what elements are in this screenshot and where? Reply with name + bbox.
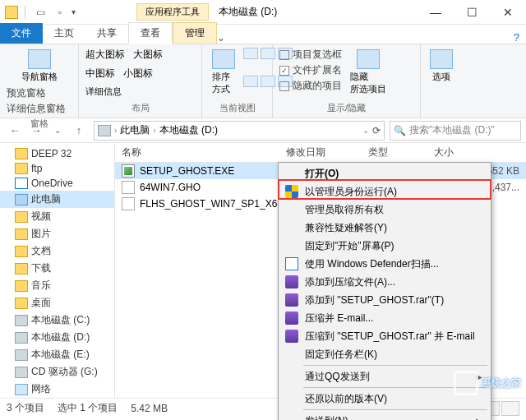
addr-dropdown[interactable]: ⌄ — [362, 126, 369, 135]
status-size: 5.42 MB — [131, 403, 168, 414]
cm-send-to[interactable]: 发送到(N)▶ — [280, 412, 489, 420]
status-count: 3 个项目 — [7, 401, 44, 415]
address-bar: ← → ⌄ ↑ › 此电脑 › 本地磁盘 (D:) ⌄ ⟳ 🔍 搜索"本地磁盘 … — [0, 118, 526, 143]
refresh-button[interactable]: ⟳ — [372, 125, 381, 136]
qat-properties[interactable]: ▭ — [32, 4, 48, 21]
breadcrumb-pc[interactable]: 此电脑 — [120, 123, 150, 137]
sidebar-label: 图片 — [31, 227, 51, 241]
folder-icon — [15, 163, 28, 174]
help-icon[interactable]: ? — [514, 31, 519, 44]
qat-customize[interactable]: ▾ — [72, 7, 76, 16]
cm-run-as-admin[interactable]: 以管理员身份运行(A) — [280, 182, 489, 201]
sidebar-label: 文档 — [31, 244, 51, 258]
col-type: 类型 — [362, 145, 427, 159]
cm-compress-email[interactable]: 压缩并 E-mail... — [280, 309, 489, 327]
sidebar-item[interactable]: 本地磁盘 (C:) — [0, 312, 114, 329]
cm-add-archive[interactable]: 添加到压缩文件(A)... — [280, 273, 489, 291]
tab-share[interactable]: 共享 — [85, 23, 128, 44]
drive-icon — [15, 367, 28, 378]
sidebar-item[interactable]: 本地磁盘 (E:) — [0, 346, 114, 363]
search-input[interactable]: 🔍 搜索"本地磁盘 (D:)" — [390, 121, 521, 141]
search-placeholder: 搜索"本地磁盘 (D:)" — [409, 123, 495, 137]
sidebar-item[interactable]: DEEP 32 — [0, 146, 114, 161]
sidebar-label: OneDrive — [31, 178, 73, 189]
file-icon — [122, 164, 135, 178]
detail-pane-opt[interactable]: 详细信息窗格 — [7, 102, 72, 116]
navigation-tree: DEEP 32ftpOneDrive此电脑视频图片文档下载音乐桌面本地磁盘 (C… — [0, 143, 115, 398]
cm-qq-send[interactable]: 通过QQ发送到▶ — [280, 367, 489, 385]
sidebar-item[interactable]: 图片 — [0, 225, 114, 242]
sidebar-label: DEEP 32 — [31, 148, 72, 159]
cm-take-ownership[interactable]: 管理员取得所有权 — [280, 201, 489, 219]
preview-pane[interactable]: 预览窗格 — [7, 86, 72, 100]
close-button[interactable]: ✕ — [490, 1, 526, 24]
breadcrumb-drive[interactable]: 本地磁盘 (D:) — [159, 123, 218, 137]
layout-small[interactable]: 小图标 — [123, 67, 153, 81]
sidebar-item[interactable]: 网络 — [0, 381, 114, 398]
back-button[interactable]: ← — [5, 121, 25, 141]
net-icon — [15, 384, 28, 395]
hidden-items-opt[interactable]: 隐藏的项目 — [279, 79, 342, 93]
up-button[interactable]: ↑ — [69, 121, 89, 141]
folder-app-icon — [5, 6, 18, 19]
pc-icon — [15, 194, 28, 205]
nav-pane-button[interactable]: 导航窗格 — [7, 48, 72, 85]
forward-button[interactable]: → — [26, 121, 46, 141]
cm-defender-scan[interactable]: 使用 Windows Defender扫描... — [280, 255, 489, 273]
tab-manage[interactable]: 管理 — [173, 22, 217, 44]
sidebar-item[interactable]: 视频 — [0, 208, 114, 225]
maximize-button[interactable]: ☐ — [454, 1, 490, 24]
sidebar-label: 此电脑 — [31, 192, 61, 206]
status-selected: 选中 1 个项目 — [58, 401, 118, 415]
sidebar-item[interactable]: 此电脑 — [0, 191, 114, 208]
sidebar-label: 网络 — [31, 382, 51, 396]
file-size: 552 KB — [487, 165, 519, 177]
group-layout-label: 布局 — [85, 100, 195, 114]
folder-icon — [15, 280, 28, 292]
window-title: 本地磁盘 (D:) — [219, 5, 277, 19]
group-showhide-label: 显示/隐藏 — [279, 100, 413, 114]
minimize-button[interactable]: ― — [418, 1, 454, 24]
cm-pin-start[interactable]: 固定到"开始"屏幕(P) — [280, 237, 489, 255]
qat-new-folder[interactable]: ▫ — [52, 4, 68, 21]
ribbon-expand[interactable]: ⌄ — [217, 32, 225, 44]
cm-compress-rar-email[interactable]: 压缩到 "SETUP_GHOST.rar" 并 E-mail — [280, 327, 489, 345]
cm-pin-taskbar[interactable]: 固定到任务栏(K) — [280, 345, 489, 363]
options-button[interactable]: 选项 — [427, 48, 455, 85]
view-icons-btn[interactable] — [501, 401, 519, 416]
sidebar-item[interactable]: ftp — [0, 161, 114, 176]
sidebar-item[interactable]: 下载 — [0, 260, 114, 277]
item-checkbox-opt[interactable]: 项目复选框 — [279, 48, 342, 62]
layout-large[interactable]: 大图标 — [133, 48, 163, 62]
cm-troubleshoot[interactable]: 兼容性疑难解答(Y) — [280, 219, 489, 237]
cm-open[interactable]: 打开(O) — [280, 164, 489, 182]
cm-add-rar[interactable]: 添加到 "SETUP_GHOST.rar"(T) — [280, 291, 489, 309]
file-icon — [122, 197, 135, 210]
sort-button[interactable]: 排序方式 — [209, 48, 238, 100]
column-headers[interactable]: 名称 修改日期 类型 大小 — [115, 143, 526, 163]
cm-restore-prev[interactable]: 还原以前的版本(V) — [280, 390, 489, 408]
tab-file[interactable]: 文件 — [0, 23, 43, 44]
titlebar: ▭ ▫ ▾ 应用程序工具 本地磁盘 (D:) ― ☐ ✕ — [0, 0, 526, 25]
folder-icon — [15, 228, 28, 240]
sidebar-item[interactable]: 本地磁盘 (D:) — [0, 329, 114, 346]
address-box[interactable]: › 此电脑 › 本地磁盘 (D:) ⌄ ⟳ — [94, 121, 385, 141]
layout-med[interactable]: 中图标 — [85, 67, 115, 81]
hide-selected-button[interactable]: 隐藏 所选项目 — [347, 48, 390, 100]
rar-icon — [285, 312, 298, 325]
context-menu: 打开(O) 以管理员身份运行(A) 管理员取得所有权 兼容性疑难解答(Y) 固定… — [278, 162, 491, 420]
recent-dropdown[interactable]: ⌄ — [48, 121, 67, 141]
tab-home[interactable]: 主页 — [43, 23, 85, 44]
folder-icon — [15, 263, 28, 275]
sidebar-item[interactable]: CD 驱动器 (G:) — [0, 363, 114, 381]
sidebar-item[interactable]: 音乐 — [0, 277, 114, 294]
tab-view[interactable]: 查看 — [128, 22, 173, 44]
sidebar-item[interactable]: 桌面 — [0, 294, 114, 312]
sidebar-item[interactable]: OneDrive — [0, 176, 114, 191]
layout-xl[interactable]: 超大图标 — [85, 48, 125, 62]
drive-icon — [15, 349, 28, 361]
rar-icon — [285, 275, 298, 288]
sidebar-item[interactable]: 文档 — [0, 242, 114, 260]
layout-details[interactable]: 详细信息 — [85, 85, 195, 98]
file-ext-opt[interactable]: ✓文件扩展名 — [279, 63, 342, 77]
